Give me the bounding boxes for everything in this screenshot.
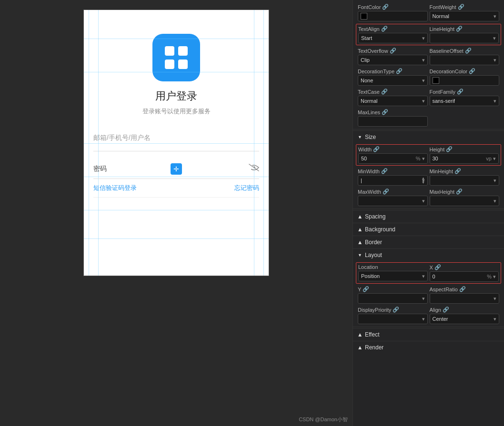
minheight-value[interactable]: ▾ <box>430 175 500 186</box>
height-label: Height 🔗 <box>430 146 499 152</box>
decorationcolor-swatch <box>433 77 439 84</box>
render-section-header[interactable]: ▶ Render <box>353 341 504 354</box>
effect-section-header[interactable]: ▶ Effect <box>353 328 504 341</box>
lineheight-chevron: ▾ <box>493 35 496 41</box>
aspectratio-chevron: ▾ <box>494 296 496 302</box>
height-value[interactable]: 30 vp ▾ <box>430 153 499 164</box>
minheight-col: MinHeight 🔗 ▾ <box>430 168 500 186</box>
width-link-icon[interactable]: 🔗 <box>373 146 380 152</box>
lineheight-label: LineHeight 🔗 <box>430 26 499 32</box>
maxlines-link-icon[interactable]: 🔗 <box>382 109 388 115</box>
maxlines-col: MaxLines 🔗 <box>358 109 428 127</box>
minwidth-input[interactable] <box>361 178 399 183</box>
spacing-label: Spacing <box>365 213 385 220</box>
decorationtype-col: DecorationType 🔗 None ▾ <box>358 68 428 86</box>
displaypriority-value[interactable]: ▾ <box>358 314 428 324</box>
maxlines-value[interactable] <box>358 116 428 127</box>
minheight-link-icon[interactable]: 🔗 <box>454 168 461 174</box>
background-section-header[interactable]: ▶ Background <box>353 223 504 236</box>
divider-3 <box>353 327 504 327</box>
size-label: Size <box>365 134 376 140</box>
decorationcolor-value[interactable] <box>430 75 500 86</box>
location-value[interactable]: Position ▾ <box>358 271 428 281</box>
layout-label: Layout <box>365 252 382 258</box>
fontcolor-link-icon[interactable]: 🔗 <box>382 4 389 10</box>
forgot-password-link[interactable]: 忘记密码 <box>234 184 259 192</box>
minwidth-link-icon[interactable]: 🔗 <box>381 168 388 174</box>
align-value[interactable]: Center ▾ <box>430 314 500 324</box>
height-link-icon[interactable]: 🔗 <box>446 146 453 152</box>
textoverflow-baseline-section: TextOverflow 🔗 Clip ▾ BaselineOffset 🔗 ▾ <box>353 46 504 67</box>
baselineoffset-value[interactable]: ▾ <box>430 55 500 65</box>
preview-panel: 用户登录 登录账号以使用更多服务 邮箱/手机号/用户名 密码 ✛ 短信验证码登录… <box>0 0 353 426</box>
eye-icon[interactable] <box>249 164 259 174</box>
watermark: CSDN @Damon小智 <box>299 416 348 423</box>
fontfamily-link-icon[interactable]: 🔗 <box>457 89 464 95</box>
textcase-link-icon[interactable]: 🔗 <box>381 89 388 95</box>
login-title: 用户登录 <box>155 89 197 103</box>
aspectratio-link-icon[interactable]: 🔗 <box>459 286 466 292</box>
decorationcolor-link-icon[interactable]: 🔗 <box>469 68 475 74</box>
textcase-value[interactable]: Normal ▾ <box>358 96 428 106</box>
textalign-chevron: ▾ <box>422 35 425 41</box>
textoverflow-col: TextOverflow 🔗 Clip ▾ <box>358 48 428 65</box>
size-triangle: ▼ <box>358 135 362 139</box>
width-label: Width 🔗 <box>358 146 428 152</box>
lineheight-link-icon[interactable]: 🔗 <box>456 26 463 32</box>
move-icon[interactable]: ✛ <box>171 163 182 175</box>
x-link-icon[interactable]: 🔗 <box>434 264 441 270</box>
guideline <box>89 10 89 276</box>
textoverflow-value[interactable]: Clip ▾ <box>358 55 428 65</box>
border-label: Border <box>365 239 382 246</box>
spacing-section-header[interactable]: ▶ Spacing <box>353 210 504 223</box>
y-link-icon[interactable]: 🔗 <box>363 286 369 292</box>
app-icon <box>152 34 200 81</box>
textalign-highlighted: TextAlign 🔗 Start ▾ LineHeight 🔗 ▾ <box>356 24 501 45</box>
align-label: Align 🔗 <box>430 307 500 313</box>
fontweight-label: FontWeight 🔗 <box>430 4 500 10</box>
guideline <box>84 39 269 39</box>
guideline <box>84 210 269 210</box>
minwidth-value[interactable]: ▲ ▼ ▾ <box>358 175 428 186</box>
layout-section-header[interactable]: ▼ Layout <box>353 248 504 261</box>
align-link-icon[interactable]: 🔗 <box>443 307 449 313</box>
sms-login-link[interactable]: 短信验证码登录 <box>93 184 137 192</box>
fontfamily-chevron: ▾ <box>494 98 496 104</box>
decorationtype-link-icon[interactable]: 🔗 <box>396 68 403 74</box>
layout-triangle: ▼ <box>358 253 362 258</box>
displaypriority-link-icon[interactable]: 🔗 <box>393 307 399 313</box>
minwidth-down-arrow[interactable]: ▼ <box>422 181 425 185</box>
maxwidth-link-icon[interactable]: 🔗 <box>383 188 389 195</box>
fontweight-link-icon[interactable]: 🔗 <box>458 4 464 10</box>
baselineoffset-col: BaselineOffset 🔗 ▾ <box>430 48 500 65</box>
y-col: Y 🔗 ▾ <box>358 286 428 304</box>
y-aspectratio-section: Y 🔗 ▾ AspectRatio 🔗 ▾ <box>353 285 504 305</box>
width-value[interactable]: 50 % ▾ <box>358 153 428 164</box>
spacing-triangle: ▶ <box>357 215 362 218</box>
maxheight-link-icon[interactable]: 🔗 <box>456 188 463 195</box>
textoverflow-link-icon[interactable]: 🔗 <box>390 48 396 54</box>
minwidth-up-arrow[interactable]: ▲ <box>422 177 425 180</box>
x-value[interactable]: 0 % ▾ <box>430 271 499 282</box>
textalign-value[interactable]: Start ▾ <box>358 33 428 43</box>
baselineoffset-link-icon[interactable]: 🔗 <box>465 48 472 54</box>
border-section-header[interactable]: ▶ Border <box>353 236 504 248</box>
fontcolor-swatch <box>361 13 367 20</box>
x-label: X 🔗 <box>430 264 499 270</box>
displaypriority-align-section: DisplayPriority 🔗 ▾ Align 🔗 Center ▾ <box>353 305 504 326</box>
textoverflow-label: TextOverflow 🔗 <box>358 48 428 54</box>
maxwidth-value[interactable]: ▾ <box>358 196 428 206</box>
textalign-link-icon[interactable]: 🔗 <box>381 26 388 32</box>
location-x-row: Location Position ▾ X 🔗 0 % ▾ <box>356 263 501 283</box>
decorationtype-value[interactable]: None ▾ <box>358 75 428 86</box>
y-value[interactable]: ▾ <box>358 293 428 304</box>
fontcolor-value[interactable] <box>358 11 428 21</box>
lineheight-value[interactable]: ▾ <box>430 33 499 43</box>
aspectratio-value[interactable]: ▾ <box>430 293 500 304</box>
border-triangle: ▶ <box>357 241 362 244</box>
size-section-header[interactable]: ▼ Size <box>353 130 504 143</box>
fontfamily-value[interactable]: sans-serif ▾ <box>430 96 500 106</box>
fontweight-value[interactable]: Normal ▾ <box>430 11 500 21</box>
maxheight-value[interactable]: ▾ <box>430 196 500 206</box>
fontcolor-label: FontColor 🔗 <box>358 4 428 10</box>
